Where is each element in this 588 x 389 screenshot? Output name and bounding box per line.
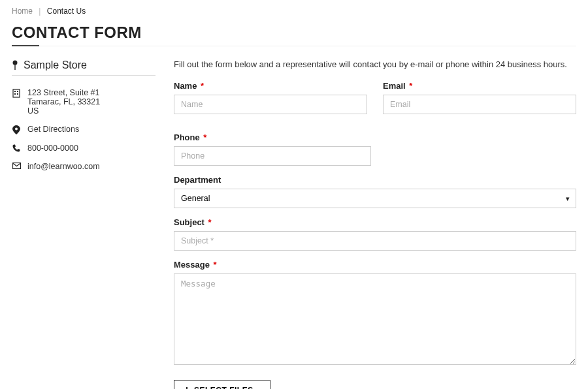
subject-input[interactable] — [174, 231, 576, 251]
phone-item: 800-000-0000 — [12, 139, 155, 157]
location-icon — [12, 125, 21, 134]
message-field-wrap: Message * — [174, 260, 576, 367]
department-label: Department — [174, 175, 576, 185]
breadcrumb-separator: | — [39, 7, 41, 16]
phone-icon — [12, 144, 21, 152]
directions-label: Get Directions — [27, 125, 79, 134]
directions-item[interactable]: Get Directions — [12, 120, 155, 139]
required-mark: * — [203, 132, 206, 142]
pin-icon — [12, 60, 18, 70]
phone-field-wrap: Phone * — [174, 132, 576, 166]
email-input[interactable] — [383, 95, 576, 114]
subject-label: Subject * — [174, 217, 576, 227]
name-field-wrap: Name * — [174, 81, 367, 114]
phone-text: 800-000-0000 — [27, 144, 78, 153]
address-line-1: 123 Street, Suite #1 — [27, 88, 100, 97]
name-label: Name * — [174, 81, 367, 91]
breadcrumb-current: Contact Us — [47, 7, 86, 16]
email-field-wrap: Email * — [383, 81, 576, 114]
svg-rect-5 — [14, 93, 16, 95]
email-label: Email * — [383, 81, 576, 91]
svg-rect-3 — [14, 91, 16, 92]
subject-field-wrap: Subject * — [174, 217, 576, 251]
store-name: Sample Store — [24, 59, 87, 71]
select-files-button[interactable]: SELECT FILES... — [174, 380, 270, 389]
envelope-icon — [12, 162, 21, 169]
breadcrumb: Home | Contact Us — [12, 5, 576, 21]
department-select[interactable]: General — [174, 189, 576, 208]
phone-label: Phone * — [174, 132, 576, 142]
phone-input[interactable] — [174, 146, 371, 166]
department-field-wrap: Department General — [174, 175, 576, 208]
required-mark: * — [214, 260, 217, 270]
svg-point-0 — [13, 61, 18, 65]
building-icon — [12, 88, 21, 98]
breadcrumb-home-link[interactable]: Home — [12, 7, 33, 16]
svg-rect-2 — [13, 89, 20, 97]
name-input[interactable] — [174, 95, 367, 114]
address-line-2: Tamarac, FL, 33321 — [27, 97, 100, 106]
message-input[interactable] — [174, 273, 576, 365]
page-title: CONTACT FORM — [12, 23, 576, 42]
title-underline — [12, 46, 576, 46]
required-mark: * — [208, 217, 212, 227]
required-mark: * — [409, 81, 412, 91]
svg-rect-1 — [14, 65, 15, 70]
contact-form-area: Fill out the form below and a representa… — [174, 59, 576, 389]
select-files-label: SELECT FILES... — [194, 386, 261, 389]
svg-rect-6 — [17, 93, 18, 95]
message-label: Message * — [174, 260, 576, 270]
svg-point-7 — [15, 128, 18, 131]
address-line-3: US — [27, 106, 100, 116]
form-intro: Fill out the form below and a representa… — [174, 59, 576, 69]
address-item: 123 Street, Suite #1 Tamarac, FL, 33321 … — [12, 84, 155, 120]
required-mark: * — [201, 81, 204, 91]
email-text: info@learnwoo.com — [27, 162, 100, 171]
store-info-sidebar: Sample Store 123 Street, Suite #1 Tamara… — [12, 59, 155, 389]
svg-rect-4 — [17, 91, 18, 92]
email-item: info@learnwoo.com — [12, 157, 155, 176]
